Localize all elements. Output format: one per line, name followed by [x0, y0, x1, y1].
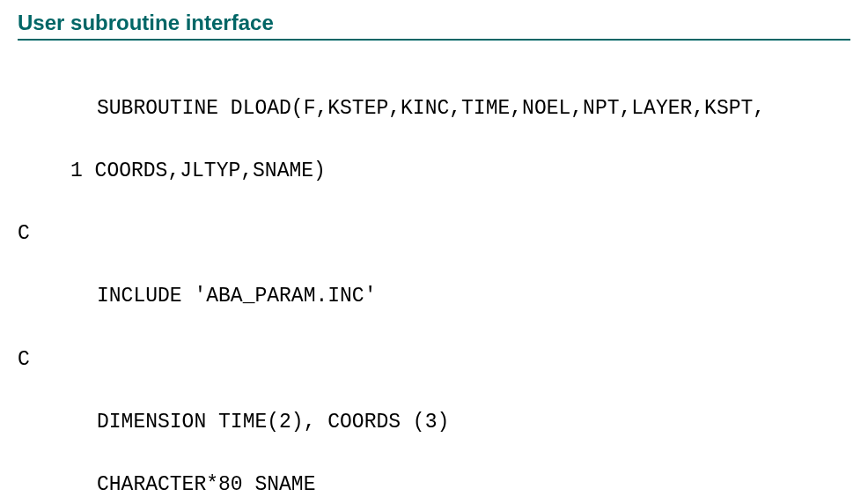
code-line-character: CHARACTER*80 SNAME: [18, 470, 850, 501]
code-line-comment-1: C: [18, 219, 850, 250]
section-title: User subroutine interface: [18, 11, 850, 41]
code-line-comment-2: C: [18, 345, 850, 376]
code-line-subroutine: SUBROUTINE DLOAD(F,KSTEP,KINC,TIME,NOEL,…: [18, 93, 850, 125]
code-line-include: INCLUDE 'ABA_PARAM.INC': [18, 281, 850, 313]
code-line-continuation: 1 COORDS,JLTYP,SNAME): [18, 156, 850, 188]
code-block: SUBROUTINE DLOAD(F,KSTEP,KINC,TIME,NOEL,…: [18, 62, 850, 504]
code-line-dimension: DIMENSION TIME(2), COORDS (3): [18, 407, 850, 439]
